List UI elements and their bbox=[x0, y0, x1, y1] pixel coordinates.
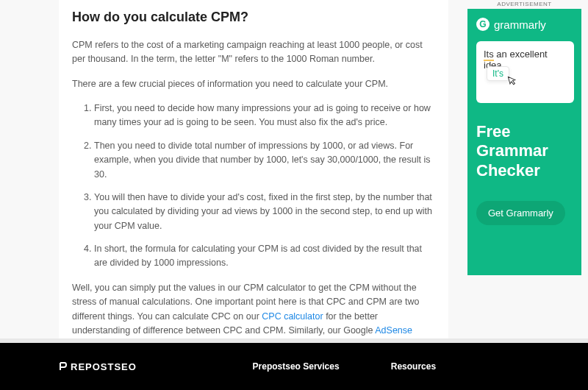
article-paragraph: There are a few crucial pieces of inform… bbox=[72, 77, 435, 91]
footer-heading-resources: Resources bbox=[391, 361, 529, 372]
steps-list: First, you need to decide how many impre… bbox=[72, 102, 435, 271]
article-heading: How do you calculate CPM? bbox=[72, 7, 435, 28]
footer-heading-services: Prepostseo Services bbox=[253, 361, 391, 372]
list-item: First, you need to decide how many impre… bbox=[94, 102, 435, 130]
logo-mark-icon bbox=[59, 361, 68, 372]
footer-logo[interactable]: REPOSTSEO bbox=[59, 361, 253, 372]
get-grammarly-button[interactable]: Get Grammarly bbox=[476, 201, 565, 225]
ad-brand: G grammarly bbox=[476, 18, 574, 31]
ad-headline: Free Grammar Checker bbox=[476, 122, 574, 180]
cursor-icon bbox=[507, 74, 518, 88]
ad-brand-name: grammarly bbox=[494, 18, 546, 31]
list-item: You will then have to divide your ad's c… bbox=[94, 191, 435, 233]
list-item: Then you need to divide total number of … bbox=[94, 139, 435, 182]
sidebar-ad-column: ADVERTISEMENT G grammarly Its an excelle… bbox=[467, 0, 581, 390]
ad-sample-text: Its an excellent idea. It's bbox=[476, 41, 574, 103]
grammarly-logo-icon: G bbox=[476, 18, 490, 31]
ad-correction-tooltip: It's bbox=[487, 66, 509, 81]
grammarly-ad[interactable]: G grammarly Its an excellent idea. It's … bbox=[467, 9, 581, 275]
site-footer: REPOSTSEO Prepostseo Services Resources bbox=[0, 338, 588, 390]
list-item: In short, the formula for calculating yo… bbox=[94, 242, 435, 271]
article-paragraph: CPM refers to the cost of a marketing ca… bbox=[72, 38, 435, 67]
article-card: How do you calculate CPM? CPM refers to … bbox=[59, 0, 448, 390]
advertisement-label: ADVERTISEMENT bbox=[467, 1, 581, 7]
cpc-calculator-link[interactable]: CPC calculator bbox=[262, 311, 323, 322]
